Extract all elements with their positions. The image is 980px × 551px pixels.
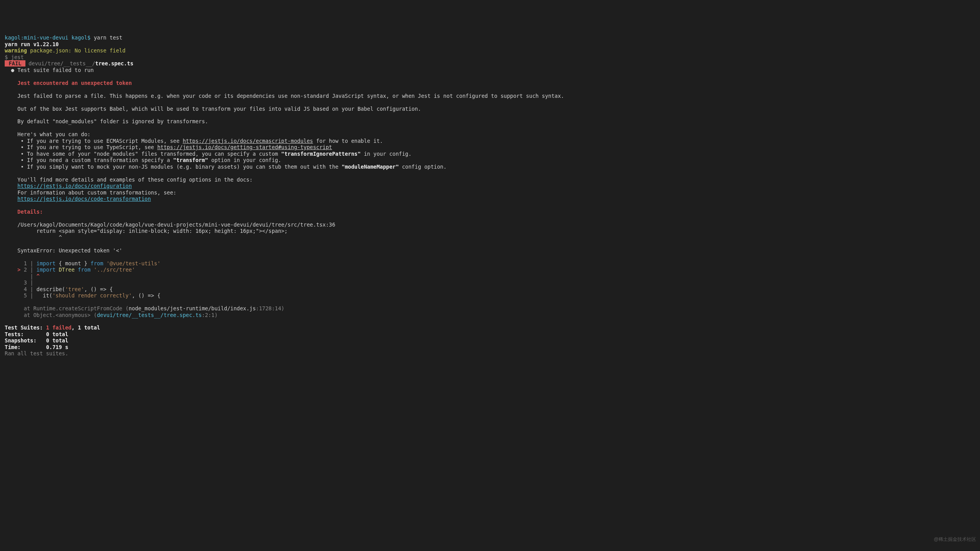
fail-path-dim: devui/tree/__tests__/	[25, 60, 95, 67]
link-ecmascript-modules[interactable]: https://jestjs.io/docs/ecmascript-module…	[183, 138, 313, 144]
summary-snapshots: Snapshots: 0 total	[5, 337, 68, 344]
transform-line: For information about custom transformat…	[5, 189, 176, 196]
ran-all-line: Ran all test suites.	[5, 350, 68, 357]
stack-1: at Runtime.createScriptFromCode (node_mo…	[5, 305, 284, 312]
code-line-2-caret: | ^	[5, 273, 39, 279]
prompt-user: kagol$	[72, 34, 91, 41]
watermark: @稀土掘金技术社区	[934, 537, 976, 542]
link-code-transformation[interactable]: https://jestjs.io/docs/code-transformati…	[18, 196, 151, 202]
bold-transform-ignore: "transformIgnorePatterns"	[281, 151, 361, 157]
error-para-3: By default "node_modules" folder is igno…	[5, 118, 208, 124]
warning-message: package.json: No license field	[27, 47, 126, 54]
warning-prefix: warning	[5, 47, 27, 54]
yarn-run-line: yarn run v1.22.10	[5, 41, 59, 47]
stack-2: at Object.<anonymous> (devui/tree/__test…	[5, 312, 218, 318]
summary-tests: Tests: 0 total	[5, 331, 68, 337]
bullet-1: • If you are trying to use ECMAScript Mo…	[5, 138, 383, 144]
bold-transform: "transform"	[173, 157, 208, 163]
caret-line-1: ^	[5, 234, 62, 241]
code-line-2: > 2 | import DTree from '../src/tree'	[5, 266, 135, 273]
link-configuration[interactable]: https://jestjs.io/docs/configuration	[18, 183, 132, 189]
error-title: Jest encountered an unexpected token	[5, 80, 132, 86]
code-line-5: 5 | it('should render correctly', () => …	[5, 292, 160, 299]
details-heading: Details:	[5, 209, 43, 215]
code-line-3: 3 |	[5, 279, 36, 286]
error-para-1: Jest failed to parse a file. This happen…	[5, 93, 564, 99]
code-line-1: 1 | import { mount } from '@vue/test-uti…	[5, 260, 160, 266]
return-line: return <span style="display: inline-bloc…	[5, 228, 287, 234]
bullet-3: • To have some of your "node_modules" fi…	[5, 151, 411, 157]
syntax-error-line: SyntaxError: Unexpected token '<'	[5, 247, 122, 254]
summary-suites: Test Suites: 1 failed, 1 total	[5, 324, 100, 331]
fail-line: FAIL devui/tree/__tests__/tree.spec.ts	[5, 60, 133, 67]
bullet-4: • If you need a custom transformation sp…	[5, 157, 281, 163]
suite-failed-line: ● Test suite failed to run	[5, 67, 94, 73]
terminal-output: kagol:mini-vue-devui kagol$ yarn test ya…	[0, 32, 980, 361]
link-typescript[interactable]: https://jestjs.io/docs/getting-started#u…	[157, 144, 332, 150]
bullet-2: • If you are trying to use TypeScript, s…	[5, 144, 332, 150]
bold-module-mapper: "moduleNameMapper"	[342, 164, 399, 170]
bullet-5: • If you simply want to mock your non-JS…	[5, 164, 447, 170]
prompt-host: kagol:mini-vue-devui	[5, 34, 68, 41]
code-line-4: 4 | describe('tree', () => {	[5, 286, 113, 292]
file-location: /Users/kagol/Documents/Kagol/code/kagol/…	[5, 221, 335, 228]
help-intro: Here's what you can do:	[5, 131, 90, 137]
prompt-command: yarn test	[94, 34, 122, 41]
error-para-2: Out of the box Jest supports Babel, whic…	[5, 106, 421, 112]
docs-line: You'll find more details and examples of…	[5, 176, 253, 183]
fail-path-file: tree.spec.ts	[95, 60, 134, 67]
warning-line: warning package.json: No license field	[5, 47, 126, 54]
fail-badge: FAIL	[5, 60, 25, 67]
jest-command: $ jest	[5, 54, 24, 60]
prompt-line: kagol:mini-vue-devui kagol$ yarn test	[5, 34, 122, 41]
summary-time: Time: 0.719 s	[5, 344, 68, 350]
